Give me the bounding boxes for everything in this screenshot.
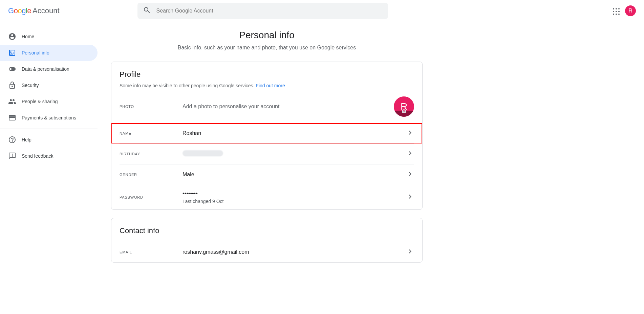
sidebar-item-feedback[interactable]: Send feedback xyxy=(0,148,98,164)
lock-icon xyxy=(8,81,16,89)
sidebar-item-label: Payments & subscriptions xyxy=(22,115,76,120)
feedback-icon xyxy=(8,152,16,160)
sidebar-item-label: Help xyxy=(22,137,31,142)
sidebar-item-help[interactable]: Help xyxy=(0,132,98,148)
google-logo-text: Google xyxy=(8,6,31,15)
gender-label: GENDER xyxy=(120,173,183,177)
google-apps-icon[interactable] xyxy=(611,7,620,15)
email-label: EMAIL xyxy=(120,250,183,254)
profile-find-out-more-link[interactable]: Find out more xyxy=(256,83,285,88)
people-icon xyxy=(8,97,16,106)
password-dots: •••••••• xyxy=(183,190,406,197)
birthday-label: BIRTHDAY xyxy=(120,152,183,156)
sidebar-item-data-personalisation[interactable]: Data & personalisation xyxy=(0,61,98,77)
chevron-right-icon xyxy=(406,247,414,257)
search-container xyxy=(137,3,388,19)
header: Google Account R xyxy=(0,0,644,22)
sidebar-divider xyxy=(0,129,98,129)
sidebar-item-payments-subscriptions[interactable]: Payments & subscriptions xyxy=(0,110,98,126)
profile-name-row[interactable]: NAME Roshan xyxy=(111,123,422,143)
search-input[interactable] xyxy=(156,8,383,14)
chevron-right-icon xyxy=(406,170,414,179)
profile-gender-row[interactable]: GENDER Male xyxy=(120,164,414,185)
avatar-letter: R xyxy=(628,8,632,14)
contact-card-title: Contact info xyxy=(120,226,414,235)
main-content: Personal info Basic info, such as your n… xyxy=(98,22,436,279)
profile-password-row[interactable]: PASSWORD •••••••• Last changed 9 Oct xyxy=(120,185,414,209)
chevron-right-icon xyxy=(406,149,414,159)
password-sub: Last changed 9 Oct xyxy=(183,199,406,204)
sidebar-item-label: Personal info xyxy=(22,50,49,55)
sidebar-item-people-sharing[interactable]: People & sharing xyxy=(0,93,98,110)
chevron-right-icon xyxy=(406,193,414,202)
gender-value: Male xyxy=(183,172,406,178)
name-value: Roshan xyxy=(183,130,406,136)
profile-card-subtitle: Some info may be visible to other people… xyxy=(120,83,414,88)
profile-card: Profile Some info may be visible to othe… xyxy=(111,62,423,210)
chevron-right-icon xyxy=(406,129,414,138)
sidebar-item-label: People & sharing xyxy=(22,99,58,104)
profile-card-header: Profile Some info may be visible to othe… xyxy=(111,62,422,91)
sidebar-item-security[interactable]: Security xyxy=(0,77,98,93)
contact-card: Contact info EMAIL roshanv.gmass@gmail.c… xyxy=(111,218,423,263)
profile-birthday-row[interactable]: BIRTHDAY xyxy=(120,143,414,164)
photo-label: PHOTO xyxy=(120,105,183,109)
password-label: PASSWORD xyxy=(120,195,183,199)
camera-icon xyxy=(402,105,406,116)
email-value: roshanv.gmass@gmail.com xyxy=(183,249,406,255)
profile-card-title: Profile xyxy=(120,70,414,79)
page-subtitle: Basic info, such as your name and photo,… xyxy=(111,45,423,51)
search-icon xyxy=(143,6,151,16)
google-account-logo[interactable]: Google Account xyxy=(8,6,60,15)
toggle-icon xyxy=(8,65,16,73)
home-icon xyxy=(8,32,16,41)
sidebar-item-personal-info[interactable]: Personal info xyxy=(0,45,98,61)
birthday-value xyxy=(183,150,406,158)
help-icon xyxy=(8,136,16,144)
photo-hint: Add a photo to personalise your account xyxy=(183,104,394,110)
credit-card-icon xyxy=(8,114,16,122)
sidebar-item-label: Security xyxy=(22,83,39,88)
contact-card-header: Contact info xyxy=(111,218,422,242)
sidebar-item-label: Data & personalisation xyxy=(22,66,69,72)
sidebar-item-label: Send feedback xyxy=(22,153,53,159)
sidebar-item-label: Home xyxy=(22,34,34,39)
profile-subtitle-text: Some info may be visible to other people… xyxy=(120,83,256,88)
page-title: Personal info xyxy=(111,30,423,41)
birthday-redacted xyxy=(183,150,223,156)
contact-email-row[interactable]: EMAIL roshanv.gmass@gmail.com xyxy=(120,242,414,262)
personal-info-icon xyxy=(8,49,16,57)
password-value: •••••••• Last changed 9 Oct xyxy=(183,190,406,204)
profile-photo-row[interactable]: PHOTO Add a photo to personalise your ac… xyxy=(111,91,422,124)
header-right: R xyxy=(611,5,639,16)
sidebar: Home Personal info Data & personalisatio… xyxy=(0,22,98,279)
sidebar-item-home[interactable]: Home xyxy=(0,28,98,45)
name-label: NAME xyxy=(120,131,183,135)
profile-photo-avatar[interactable]: R xyxy=(394,96,414,117)
account-avatar[interactable]: R xyxy=(625,5,636,16)
search-box[interactable] xyxy=(137,3,388,19)
logo-account-text: Account xyxy=(33,6,60,15)
